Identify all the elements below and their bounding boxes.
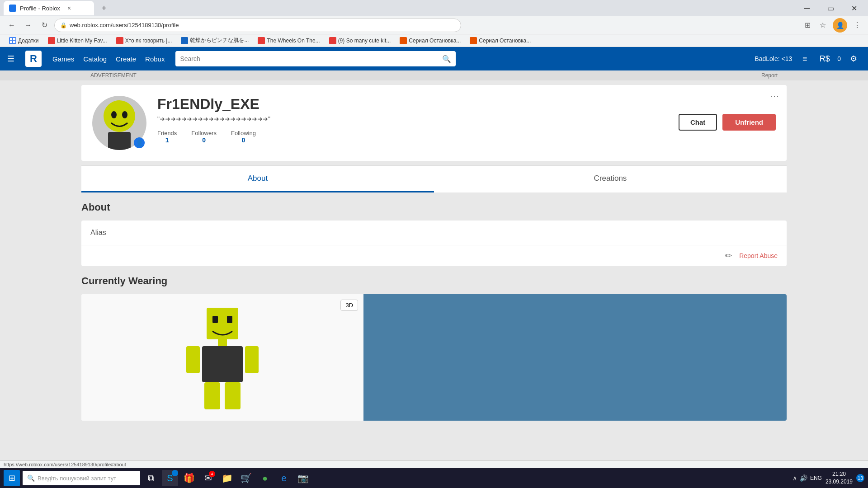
stat-followers: Followers 0 [191,130,217,144]
taskbar-right: ∧ 🔊 ENG 21:20 23.09.2019 13 [793,470,864,486]
taskbar-clock[interactable]: 21:20 23.09.2019 [826,470,853,486]
fox-icon-1 [400,37,407,44]
user-avatar-icon[interactable]: 👤 [833,18,847,33]
bookmark-serial2[interactable]: Сериал Остановка... [466,36,534,45]
taskbar-camera[interactable]: 📷 [295,470,311,486]
following-label: Following [231,130,256,136]
more-options-button[interactable]: ··· [771,92,779,100]
username-display: BadLole: <13 [755,55,792,62]
roblox-header: ☰ R Games Catalog Create Robux 🔍 BadLole… [0,47,868,70]
taskbar-chrome[interactable]: ● [257,470,273,486]
close-window-button[interactable]: ✕ [844,1,864,15]
clock-date: 23.09.2019 [826,478,853,486]
bookmark-wheels[interactable]: The Wheels On The... [254,36,323,45]
nav-games[interactable]: Games [52,55,74,63]
search-input[interactable] [180,55,439,62]
avatar-container: 👤 [92,96,146,150]
settings-icon[interactable]: ⚙ [846,52,861,66]
bookmark-kanso[interactable]: 乾燥からピンチな肌を... [177,36,252,45]
taskbar-notification-badge[interactable]: 13 [856,474,864,482]
svg-point-0 [104,100,135,132]
bookmark-wheels-label: The Wheels On The... [267,38,320,44]
stat-friends: Friends 1 [157,130,177,144]
hamburger-menu[interactable]: ☰ [7,54,14,64]
nav-catalog[interactable]: Catalog [83,55,107,63]
lock-icon: 🔒 [60,22,67,28]
tab-creations[interactable]: Creations [434,166,787,192]
unfriend-button[interactable]: Unfriend [722,114,776,131]
url-display: web.roblox.com/users/1254189130/profile [70,22,179,28]
ad-label: ADVERTISEMENT [90,72,137,79]
browser-right-icons: ⊞ ☆ 👤 ⋮ [802,18,863,33]
svg-rect-12 [225,382,241,409]
taskbar-search[interactable]: 🔍 Введіть пошуковий запит тут [23,471,140,485]
mail-badge: 4 [209,471,215,477]
edit-icon[interactable]: ✏ [725,251,732,261]
translate-icon[interactable]: ⊞ [802,20,813,31]
bookmark-kitten[interactable]: Little Kitten My Fav... [44,36,111,45]
profile-status: "➜➜➜➜➜➜➜➜➜➜➜➜➜➜➜➜➜➜➜➜" [157,115,668,122]
nav-create[interactable]: Create [116,55,136,63]
profile-username: Fr1ENDly_EXE [157,96,668,113]
forward-button[interactable]: → [22,19,34,32]
nav-robux[interactable]: Robux [145,55,165,63]
about-card: Alias ✏ Report Abuse [81,221,787,266]
apps-grid-icon [9,37,16,44]
friends-label: Friends [157,130,177,136]
taskbar-mail[interactable]: ✉ 4 [200,470,216,486]
back-button[interactable]: ← [5,19,18,32]
taskbar-task-view[interactable]: ⧉ [143,470,159,486]
start-button[interactable]: ⊞ [4,470,20,486]
svg-rect-6 [227,316,232,323]
status-url: https://web.roblox.com/users/1254189130/… [4,462,126,467]
profile-card: 👤 Fr1ENDly_EXE "➜➜➜➜➜➜➜➜➜➜➜➜➜➜➜➜➜➜➜➜" Fr… [81,85,787,161]
taskbar-skype[interactable]: S [162,470,178,486]
stat-following: Following 0 [231,130,256,144]
taskbar-gift[interactable]: 🎁 [181,470,197,486]
tab-about[interactable]: About [81,166,434,192]
wearing-title: Currently Wearing [81,275,787,287]
minimize-button[interactable]: ─ [797,1,817,15]
nav-links: Games Catalog Create Robux [52,55,165,63]
svg-point-1 [111,111,117,118]
bookmark-hto[interactable]: Хто як говорить |... [113,36,176,45]
roblox-logo[interactable]: R [25,51,42,67]
bookmark-serial2-label: Сериал Остановка... [479,38,531,44]
toggle-3d-button[interactable]: 3D [340,300,358,311]
taskbar-files[interactable]: 📁 [219,470,235,486]
bookmark-serial1[interactable]: Сериал Остановка... [396,36,464,45]
tab-close-button[interactable]: × [67,5,71,12]
youtube-icon-3 [258,37,265,44]
bookmark-apps-label: Додатки [18,38,39,44]
active-tab[interactable]: Profile - Roblox × [4,1,94,15]
report-abuse-link[interactable]: Report Abuse [739,252,778,259]
taskbar-cart[interactable]: 🛒 [238,470,254,486]
maximize-button[interactable]: ▭ [820,1,841,15]
bookmark-cute-kit[interactable]: (9) So many cute kit... [326,36,395,45]
svg-rect-10 [245,346,259,373]
robux-icon[interactable]: R$ [817,52,832,66]
report-link[interactable]: Report [761,72,778,79]
profile-stats: Friends 1 Followers 0 Following 0 [157,130,668,144]
menu-icon[interactable]: ⋮ [852,20,863,31]
chat-button[interactable]: Chat [679,114,717,131]
following-count: 0 [242,136,245,144]
wearing-card: 3D [81,294,787,421]
youtube-icon-1 [48,37,55,44]
followers-label: Followers [191,130,217,136]
taskbar-search-placeholder: Введіть пошуковий запит тут [38,475,116,482]
svg-rect-9 [186,346,200,373]
new-tab-button[interactable]: + [98,2,110,14]
home-icon[interactable]: ≡ [797,52,812,66]
taskbar-edge[interactable]: e [276,470,292,486]
search-bar[interactable]: 🔍 [175,51,456,66]
bookmark-apps[interactable]: Додатки [5,36,42,45]
search-submit-icon[interactable]: 🔍 [442,55,451,63]
about-section: About Alias ✏ Report Abuse [81,202,787,266]
tray-up-icon[interactable]: ∧ [793,474,797,482]
volume-icon[interactable]: 🔊 [800,474,807,482]
bookmark-icon[interactable]: ☆ [817,20,828,31]
refresh-button[interactable]: ↻ [38,19,51,32]
address-bar[interactable]: 🔒 web.roblox.com/users/1254189130/profil… [54,19,461,32]
youtube-icon-4 [329,37,336,44]
